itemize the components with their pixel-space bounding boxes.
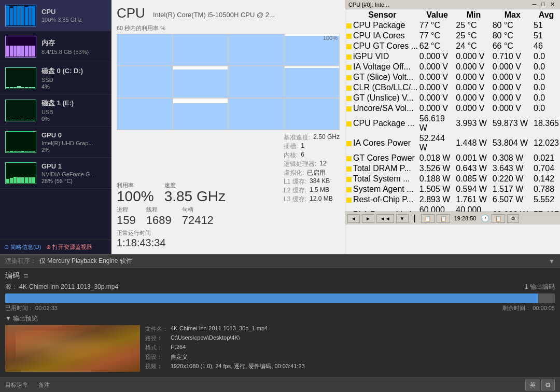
sidebar-item-cpu[interactable]: CPU 100% 3.85 GHz — [0, 0, 111, 31]
sensor-name: Total DRAM P... — [346, 164, 418, 173]
preview-thumbnail — [5, 325, 140, 372]
core-graph-9 — [117, 99, 172, 130]
uptime-value: 1:18:43:34 — [117, 237, 340, 249]
cpu-process-stats: 进程 159 线程 1689 句柄 72412 — [117, 206, 340, 227]
sensor-max: 59.873 W — [493, 114, 533, 133]
cpu-mini-graph — [5, 5, 36, 26]
sensor-name: GT (Unslice) V... — [346, 93, 418, 103]
hwinfo-skip-btn[interactable]: ◄◄ — [376, 214, 394, 223]
socket-row: 插槽: 1 — [284, 142, 340, 151]
thread-value: 1689 — [146, 214, 172, 227]
encoding-menu-icon[interactable]: ≡ — [24, 272, 28, 280]
sensor-value: 0.018 W — [419, 153, 455, 163]
bottom-status-bar: 目标速率 备注 英 ⚙ — [0, 377, 560, 392]
l1-label: L1 缓存: — [284, 177, 306, 186]
hwinfo-back-btn[interactable]: ◄ — [347, 214, 360, 223]
hwinfo-copy-btn[interactable]: 📋 — [437, 214, 450, 223]
sidebar-item-gpu0[interactable]: GPU 0 Intel(R) UHD Grap... 2% — [0, 127, 111, 158]
disk1-sidebar-sub: USB — [41, 109, 74, 115]
hwinfo-config-btn[interactable]: ⚙ — [507, 214, 519, 223]
sensor-value: 0.000 V — [419, 83, 455, 92]
hwinfo-forward-btn[interactable]: ► — [362, 214, 374, 223]
sensor-max: 66 °C — [493, 41, 533, 51]
hwinfo-table-scroll[interactable]: Sensor Value Min Max Avg CPU Package 77 … — [345, 9, 560, 212]
core-graph-1 — [117, 34, 172, 65]
hwinfo-row: IA Cores Power 52.244 W 1.448 W 53.804 W… — [346, 134, 559, 152]
source-row: 源： 4K-Chimei-inn-2011-1013_30p.mp4 1 输出编… — [5, 283, 555, 291]
hwinfo-row: CPU GT Cores ... 62 °C 24 °C 66 °C 46 — [346, 41, 559, 51]
sensor-name: GT Cores Power — [346, 153, 418, 163]
minimize-btn[interactable]: ─ — [530, 1, 539, 8]
sidebar-item-disk0[interactable]: 磁盘 0 (C: D:) SSD 4% — [0, 62, 111, 94]
sidebar-item-gpu1[interactable]: GPU 1 NVIDIA GeForce G... 28% (56 °C) — [0, 158, 111, 189]
preset-val: 自定义 — [171, 353, 188, 361]
maximize-btn[interactable]: □ — [539, 1, 547, 8]
render-label: 渲染程序： — [5, 257, 36, 265]
render-dropdown-btn[interactable]: ▼ — [549, 258, 555, 265]
gpu1-sidebar-title: GPU 1 — [41, 162, 95, 170]
disk0-sidebar-info: 磁盘 0 (C: D:) SSD 4% — [41, 66, 83, 90]
sensor-value: 0.188 W — [419, 174, 455, 184]
l1-row: L1 缓存: 384 KB — [284, 177, 340, 186]
gpu1-sidebar-info: GPU 1 NVIDIA GeForce G... 28% (56 °C) — [41, 162, 95, 184]
output-count: 1 输出编码 — [525, 283, 555, 291]
output-preview-content: 文件名： 4K-Chimei-inn-2011-1013_30p_1.mp4 路… — [5, 325, 555, 372]
brief-info-btn[interactable]: ⊙ 简略信息(D) — [4, 243, 41, 251]
gpu1-mini-graph — [5, 162, 36, 184]
hwinfo-settings-btn[interactable]: 📋 — [492, 214, 505, 223]
base-speed-value: 2.50 GHz — [313, 133, 340, 142]
cpu-header: CPU Intel(R) Core(TM) i5-10500H CPU @ 2.… — [117, 5, 340, 21]
hwinfo-export-btn[interactable]: 📋 — [421, 214, 435, 223]
render-value: 仅 Mercury Playback Engine 软件 — [39, 257, 132, 265]
sidebar-item-memory[interactable]: 内存 8.4/15.8 GB (53%) — [0, 31, 111, 62]
sensor-name: CPU GT Cores ... — [346, 41, 418, 51]
sensor-min: 0.643 W — [456, 164, 491, 173]
open-monitor-btn[interactable]: ⊗ 打开资源监视器 — [46, 243, 92, 251]
sensor-avg: 0.0 — [534, 62, 559, 72]
time-row: 已用时间： 00:02:33 剩余时间： 00:00:05 — [5, 304, 555, 312]
utilization-value: 100% — [117, 189, 154, 204]
hwinfo-row: CPU Package 77 °C 25 °C 80 °C 51 — [346, 21, 559, 30]
sensor-max: 0.000 V — [493, 73, 533, 82]
cpu-graph-caption: 60 秒内的利用率 % — [117, 24, 340, 32]
sensor-avg: 0.0 — [534, 52, 559, 61]
socket-label: 插槽: — [284, 142, 298, 151]
core-graph-11 — [229, 99, 284, 130]
core-graph-3 — [229, 34, 284, 65]
hwinfo-separator: | — [414, 214, 416, 223]
hwinfo-row: GT (Slice) Volt... 0.000 V 0.000 V 0.000… — [346, 73, 559, 82]
sensor-value: 2.893 W — [419, 195, 455, 204]
disk1-sidebar-info: 磁盘 1 (E:) USB 0% — [41, 99, 74, 122]
sensor-max: 0.220 W — [493, 174, 533, 184]
sensor-max: 80 °C — [493, 21, 533, 30]
sensor-value: 0.000 V — [419, 104, 455, 113]
sensor-value: 77 °C — [419, 31, 455, 40]
sensor-value: 60.000 W — [419, 205, 455, 212]
sensor-name: CPU Package ... — [346, 114, 418, 133]
sensor-value: 56.619 W — [419, 114, 455, 133]
file-info-panel: 文件名： 4K-Chimei-inn-2011-1013_30p_1.mp4 路… — [145, 325, 305, 372]
settings-button[interactable]: ⚙ — [541, 380, 555, 390]
lang-button[interactable]: 英 — [525, 380, 540, 390]
hwinfo-time: 19:28:50 — [454, 215, 477, 221]
sensor-value: 0.000 V — [419, 73, 455, 82]
col-avg: Avg — [534, 10, 559, 20]
sidebar-item-disk1[interactable]: 磁盘 1 (E:) USB 0% — [0, 94, 111, 127]
sensor-max: 1.517 W — [493, 185, 533, 194]
hwinfo-row: GT Cores Power 0.018 W 0.001 W 0.308 W 0… — [346, 153, 559, 163]
cpu-right-info: 基准速度: 2.50 GHz 插槽: 1 内核: 6 逻辑处理器: 12 虚拟化… — [284, 133, 340, 204]
sensor-max: 6.507 W — [493, 195, 533, 204]
gpu0-sidebar-usage: 2% — [41, 147, 93, 153]
hwinfo-next-btn[interactable]: ▼ — [396, 214, 409, 223]
close-btn[interactable]: ✕ — [548, 1, 557, 8]
logical-value: 12 — [319, 160, 326, 169]
hwinfo-row: CPU IA Cores 77 °C 25 °C 80 °C 51 — [346, 31, 559, 40]
core-graph-6 — [173, 66, 228, 97]
sensor-max: 53.804 W — [493, 134, 533, 152]
sensor-min: 0.000 V — [456, 93, 491, 103]
disk0-sidebar-usage: 4% — [41, 83, 83, 90]
output-preview-toggle[interactable]: ▼ 输出预览 — [5, 314, 555, 323]
preset-label: 预设： — [145, 353, 169, 361]
cpu-graph-max-label: 100% — [323, 35, 338, 41]
core-label: 内核: — [284, 151, 298, 160]
